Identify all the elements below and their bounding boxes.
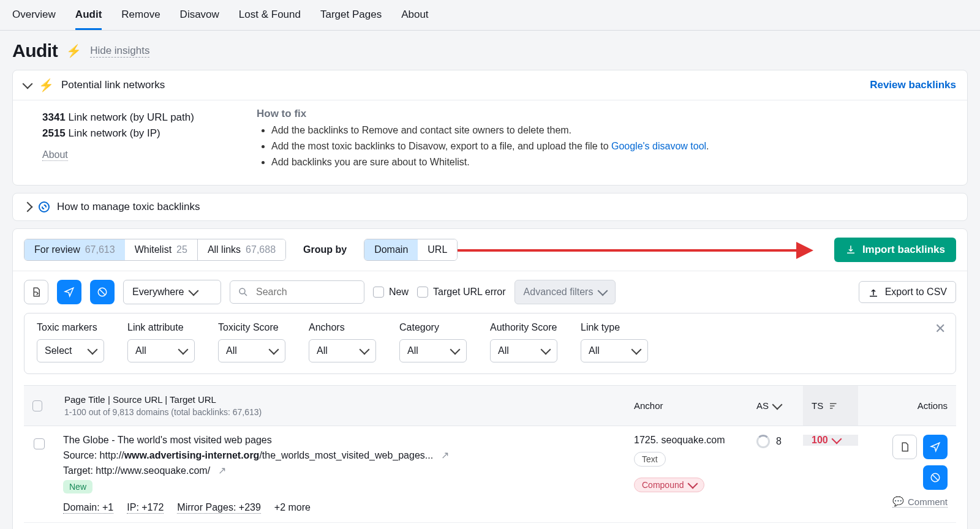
external-link-icon[interactable]: ↗ [218,465,226,476]
f-toxicity-score[interactable]: All [218,339,285,362]
row-target: Target: http://www.seoquake.com/ ↗ [63,465,617,476]
checkbox-target-url-error[interactable]: Target URL error [417,287,506,298]
search-input[interactable] [255,286,341,298]
group-by-label: Group by [303,244,347,255]
page-title: Audit [12,40,58,61]
as-ring-icon [756,435,770,448]
row-block-button[interactable] [923,465,948,490]
tab-for-review[interactable]: For review67,613 [24,239,126,261]
copy-to-button[interactable] [24,280,48,304]
tab-all-links[interactable]: All links67,688 [198,239,285,260]
annotation-arrow [458,244,813,256]
f-toxic-markers[interactable]: Select [37,339,104,362]
tab-audit[interactable]: Audit [75,0,102,30]
bolt-icon: ⚡ [39,78,54,92]
f-label: Link attribute [127,322,195,333]
net-ip-count: 2515 [42,127,66,139]
tab-lost-found[interactable]: Lost & Found [239,0,301,30]
send-icon [64,287,75,298]
ts-value[interactable]: 100 [812,435,850,446]
bolt-icon: ⚡ [66,43,81,58]
f-authority-score[interactable]: All [490,339,557,362]
table-row: The Globe - The world's most visited web… [24,523,956,529]
about-link[interactable]: About [42,149,68,161]
more-link[interactable]: +2 more [274,502,311,514]
block-icon [97,287,108,298]
checkbox-new[interactable]: New [373,287,409,298]
external-link-icon[interactable]: ↗ [441,450,449,460]
block-button[interactable] [90,280,115,304]
advanced-filters-toggle[interactable]: Advanced filters [514,280,616,304]
upload-icon [868,287,879,298]
net-ip-label: Link network (by IP) [69,127,160,139]
how-item: Add the backlinks to Remove and contact … [271,125,956,136]
group-by-url[interactable]: URL [418,239,457,260]
review-backlinks-link[interactable]: Review backlinks [870,79,956,91]
compound-chip[interactable]: Compound [634,478,704,492]
th-actions: Actions [858,386,956,426]
document-icon [899,441,910,452]
manage-toxic-title: How to manage toxic backlinks [57,201,200,213]
f-link-attribute[interactable]: All [127,339,195,362]
links-table-card: For review67,613 Whitelist25 All links67… [12,228,968,529]
f-label: Toxicity Score [218,322,285,333]
ip-link[interactable]: IP: +172 [127,502,164,514]
page-header: Audit ⚡ Hide insights [0,31,980,62]
block-icon [930,472,941,483]
chevron-down-icon[interactable] [23,79,33,89]
hide-insights-link[interactable]: Hide insights [90,45,149,58]
comment-button[interactable]: 💬 Comment [892,496,948,508]
svg-point-1 [239,288,245,294]
search-icon [238,287,249,298]
select-all-checkbox[interactable] [32,400,42,411]
close-icon[interactable]: ✕ [935,321,946,337]
group-by-seg: Domain URL [364,239,458,261]
f-label: Authority Score [490,322,557,333]
how-item: Add backlinks you are sure about to Whit… [271,157,956,168]
tab-disavow[interactable]: Disavow [180,0,219,30]
th-page-sub: 1-100 out of 9,813 domains (total backli… [64,407,262,417]
th-as[interactable]: AS [748,386,803,426]
manage-toxic-card: How to manage toxic backlinks [12,193,968,221]
import-backlinks-button[interactable]: Import backlinks [834,238,956,262]
disavow-tool-link[interactable]: Google's disavow tool [611,141,706,151]
export-csv-button[interactable]: Export to CSV [859,281,956,303]
net-url-label: Link network (by URL path) [69,111,194,123]
new-badge: New [63,480,92,493]
f-link-type[interactable]: All [581,339,648,362]
tab-remove[interactable]: Remove [121,0,160,30]
scope-select[interactable]: Everywhere [123,280,221,304]
anchor-text-chip: Text [634,452,666,467]
anchor-text: 1725. seoquake.com [634,435,739,446]
search-input-wrap [230,280,364,304]
domain-link[interactable]: Domain: +1 [63,502,113,514]
group-by-domain[interactable]: Domain [364,239,418,261]
row-copy-button[interactable] [892,435,917,459]
insight-title: Potential link networks [61,79,165,91]
th-page: Page Title | Source URL | Target URL [64,394,216,405]
tab-about[interactable]: About [401,0,428,30]
top-nav: Overview Audit Remove Disavow Lost & Fou… [0,0,980,31]
mirror-link[interactable]: Mirror Pages: +239 [177,502,261,514]
review-whitelist-tabs: For review67,613 Whitelist25 All links67… [24,239,286,261]
f-label: Toxic markers [37,322,104,333]
download-icon [845,244,856,255]
f-label: Category [399,322,467,333]
f-anchors[interactable]: All [309,339,376,362]
how-item: Add the most toxic backlinks to Disavow,… [271,141,956,152]
as-value: 8 [776,436,782,447]
f-category[interactable]: All [399,339,467,362]
row-checkbox[interactable] [34,438,45,449]
tab-target-pages[interactable]: Target Pages [320,0,382,30]
th-ts[interactable]: TS [803,386,858,426]
row-send-button[interactable] [923,435,948,459]
table-row: The Globe - The world's most visited web… [24,426,956,523]
tab-overview[interactable]: Overview [12,0,56,30]
sort-icon [828,400,839,411]
how-to-fix-title: How to fix [257,108,956,120]
send-button[interactable] [57,280,81,304]
tab-whitelist[interactable]: Whitelist25 [125,239,198,260]
gear-icon [39,201,50,212]
chevron-right-icon[interactable] [23,202,33,212]
th-anchor[interactable]: Anchor [625,386,748,426]
